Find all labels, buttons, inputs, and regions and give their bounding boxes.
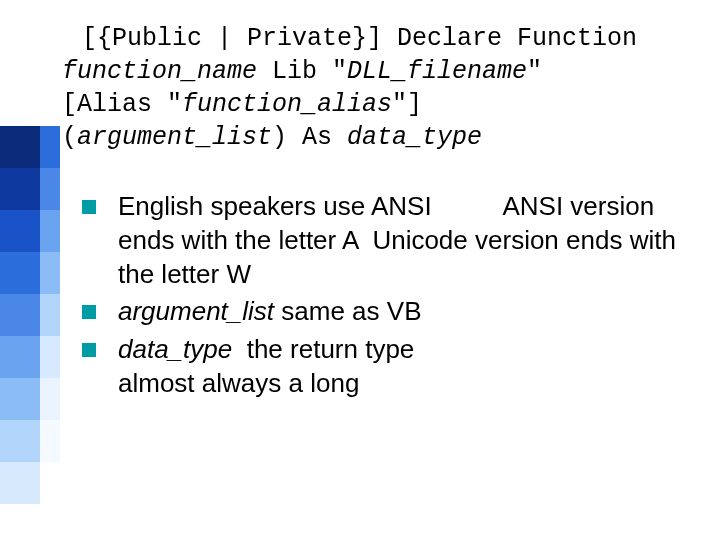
stair-dark <box>0 252 40 294</box>
stair-dark <box>0 294 40 336</box>
stair-step <box>0 462 60 504</box>
code-text-italic: function_alias <box>182 90 392 119</box>
code-text: " <box>527 57 542 86</box>
code-line-4: (argument_list) As data_type <box>62 121 692 154</box>
list-item: data_type the return type almost always … <box>82 333 692 401</box>
stair-light <box>40 462 60 504</box>
list-item: argument_list same as VB <box>82 295 692 329</box>
code-text-italic: data_type <box>347 123 482 152</box>
bullet-icon <box>82 305 96 319</box>
code-text-italic: DLL_filename <box>347 57 527 86</box>
stair-step <box>0 378 60 420</box>
stair-light <box>40 126 60 168</box>
text-italic: data_type <box>118 334 232 364</box>
stair-dark <box>0 420 40 462</box>
code-line-1: [{Public | Private}] Declare Function <box>82 22 692 55</box>
list-item-text: data_type the return type almost always … <box>118 333 414 401</box>
text: almost always a long <box>118 368 359 398</box>
stair-step <box>0 252 60 294</box>
stair-light <box>40 420 60 462</box>
code-text: Lib " <box>257 57 347 86</box>
text: English speakers use ANSI <box>118 191 432 221</box>
stair-dark <box>0 210 40 252</box>
code-text: [Alias " <box>62 90 182 119</box>
stair-step <box>0 168 60 210</box>
stair-step <box>0 294 60 336</box>
stair-light <box>40 252 60 294</box>
code-text-italic: function_name <box>62 57 257 86</box>
syntax-code-block: [{Public | Private}] Declare Function fu… <box>82 22 692 154</box>
stair-light <box>40 168 60 210</box>
stair-dark <box>0 378 40 420</box>
stair-light <box>40 294 60 336</box>
text: same as VB <box>274 296 421 326</box>
code-text: ) As <box>272 123 347 152</box>
code-text-italic: argument_list <box>77 123 272 152</box>
text-italic: argument_list <box>118 296 274 326</box>
bullet-icon <box>82 200 96 214</box>
stair-step <box>0 210 60 252</box>
stair-step <box>0 336 60 378</box>
code-text: "] <box>392 90 422 119</box>
list-item-text: argument_list same as VB <box>118 295 421 329</box>
code-text: ( <box>62 123 77 152</box>
stair-step <box>0 420 60 462</box>
code-text: [{Public | Private}] Declare Function <box>82 24 637 53</box>
stair-step <box>0 126 60 168</box>
bullet-list: English speakers use ANSI ANSI version e… <box>82 190 692 405</box>
bullet-icon <box>82 343 96 357</box>
text: the return type <box>239 334 414 364</box>
stair-light <box>40 336 60 378</box>
slide: [{Public | Private}] Declare Function fu… <box>0 0 720 540</box>
list-item: English speakers use ANSI ANSI version e… <box>82 190 692 291</box>
stair-dark <box>0 168 40 210</box>
stair-dark <box>0 462 40 504</box>
stair-dark <box>0 126 40 168</box>
list-item-text: English speakers use ANSI ANSI version e… <box>118 190 692 291</box>
stair-light <box>40 378 60 420</box>
sidebar-stairs <box>0 126 60 504</box>
code-line-2: function_name Lib "DLL_filename" <box>62 55 692 88</box>
code-line-3: [Alias "function_alias"] <box>62 88 692 121</box>
stair-light <box>40 210 60 252</box>
stair-dark <box>0 336 40 378</box>
